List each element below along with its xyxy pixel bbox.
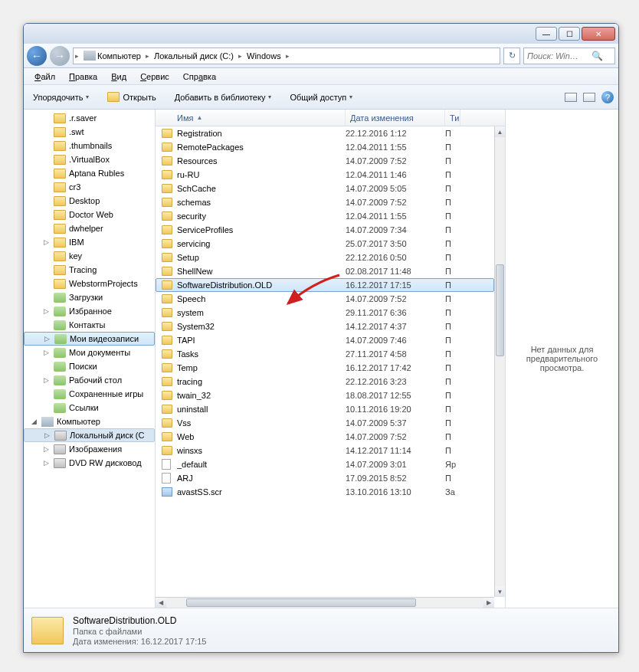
expand-icon[interactable]: ◢ [30, 418, 38, 426]
maximize-button[interactable]: ☐ [559, 27, 580, 41]
file-row[interactable]: system29.11.2017 6:36П [156, 306, 494, 320]
expand-icon[interactable]: ▷ [42, 349, 51, 357]
expand-icon[interactable] [42, 183, 51, 192]
file-row[interactable]: ShellNew02.08.2017 11:48П [156, 264, 494, 278]
tree-item[interactable]: ◢Компьютер [24, 415, 155, 428]
horizontal-scrollbar[interactable]: ◀ ▶ [156, 597, 494, 608]
file-row[interactable]: winsxs14.12.2017 11:14П [156, 444, 494, 457]
file-row[interactable]: Vss14.07.2009 5:37П [156, 416, 494, 430]
tree-item[interactable]: Doctor Web [24, 208, 155, 221]
expand-icon[interactable] [42, 404, 51, 412]
col-type[interactable]: Ти [445, 110, 460, 126]
expand-icon[interactable]: ▷ [42, 307, 51, 316]
file-row[interactable]: ru-RU12.04.2011 1:46П [156, 168, 494, 182]
expand-icon[interactable] [42, 321, 51, 329]
scroll-thumb[interactable] [496, 264, 504, 356]
organize-button[interactable]: Упорядочить [28, 91, 93, 103]
share-button[interactable]: Общий доступ [285, 91, 357, 103]
file-row[interactable]: servicing25.07.2017 3:50П [156, 237, 494, 251]
tree-item[interactable]: WebstormProjects [24, 277, 155, 290]
tree-item[interactable]: .VirtualBox [24, 152, 155, 166]
scroll-left-button[interactable]: ◀ [156, 598, 166, 608]
tree-item[interactable]: Загрузки [24, 290, 155, 304]
expand-icon[interactable] [42, 266, 51, 274]
file-list[interactable]: Registration22.12.2016 1:12ПRemotePackag… [156, 126, 494, 597]
expand-icon[interactable] [42, 197, 51, 205]
file-row[interactable]: twain_3218.08.2017 12:55П [156, 388, 494, 402]
tree-item[interactable]: dwhelper [24, 221, 155, 235]
tree-item[interactable]: Desktop [24, 194, 155, 208]
close-button[interactable]: ✕ [582, 27, 615, 41]
expand-icon[interactable] [42, 280, 51, 288]
expand-icon[interactable]: ▷ [42, 459, 51, 467]
file-row[interactable]: security12.04.2011 1:55П [156, 209, 494, 223]
tree-item[interactable]: cr3 [24, 180, 155, 194]
expand-icon[interactable] [42, 252, 51, 261]
path-drive[interactable]: Локальный диск (C:) [151, 51, 237, 61]
expand-icon[interactable] [42, 293, 51, 302]
file-row[interactable]: System3214.12.2017 4:37П [156, 320, 494, 333]
path-computer[interactable]: Компьютер [80, 51, 144, 61]
expand-icon[interactable] [42, 362, 51, 371]
expand-icon[interactable] [42, 156, 51, 164]
file-row[interactable]: Registration22.12.2016 1:12П [156, 126, 494, 140]
search-box[interactable]: 🔍 [523, 48, 615, 64]
expand-icon[interactable]: ▷ [43, 431, 51, 440]
file-row[interactable]: tracing22.12.2016 3:23П [156, 375, 494, 388]
tree-item[interactable]: Ссылки [24, 401, 155, 415]
tree-item[interactable]: Aptana Rubles [24, 166, 155, 180]
file-row[interactable]: schemas14.07.2009 7:52П [156, 195, 494, 209]
path-windows[interactable]: Windows [244, 51, 284, 61]
expand-icon[interactable]: ▷ [42, 376, 51, 385]
tree-item[interactable]: .thumbnails [24, 139, 155, 152]
file-row[interactable]: Web14.07.2009 7:52П [156, 430, 494, 444]
file-row[interactable]: Tasks27.11.2017 4:58П [156, 347, 494, 361]
scroll-thumb[interactable] [186, 598, 416, 607]
minimize-button[interactable]: — [536, 27, 557, 41]
scroll-up-button[interactable]: ▲ [495, 126, 505, 137]
menu-tools[interactable]: Сервис [134, 70, 175, 83]
scroll-down-button[interactable]: ▼ [495, 586, 505, 597]
address-bar[interactable]: ▸ Компьютер ▸ Локальный диск (C:) ▸ Wind… [73, 48, 500, 64]
expand-icon[interactable] [42, 169, 51, 178]
expand-icon[interactable]: ▷ [43, 335, 51, 343]
file-row[interactable]: SchCache14.07.2009 5:05П [156, 182, 494, 195]
tree-item[interactable]: Контакты [24, 318, 155, 332]
tree-item[interactable]: ▷Локальный диск (C [24, 428, 155, 442]
tree-item[interactable]: ▷IBM [24, 235, 155, 249]
preview-pane-button[interactable] [583, 93, 595, 102]
menu-edit[interactable]: Правка [63, 70, 103, 83]
file-row[interactable]: avastSS.scr13.10.2016 13:10За [156, 485, 494, 499]
tree-item[interactable]: Tracing [24, 263, 155, 277]
menu-file[interactable]: Файл [28, 70, 61, 83]
help-icon[interactable]: ? [601, 91, 614, 103]
search-input[interactable] [527, 51, 588, 61]
expand-icon[interactable] [42, 390, 51, 398]
file-row[interactable]: Temp16.12.2017 17:42П [156, 361, 494, 375]
menu-view[interactable]: Вид [105, 70, 133, 83]
view-mode-button[interactable] [565, 93, 577, 102]
file-row[interactable]: TAPI14.07.2009 7:46П [156, 333, 494, 347]
file-row[interactable]: Speech14.07.2009 7:52П [156, 292, 494, 306]
refresh-button[interactable]: ↻ [503, 48, 520, 64]
expand-icon[interactable]: ▷ [42, 445, 51, 454]
tree-item[interactable]: ▷DVD RW дисковод [24, 456, 155, 470]
vertical-scrollbar[interactable]: ▲ ▼ [494, 126, 505, 597]
nav-tree[interactable]: .r.saver.swt.thumbnails.VirtualBoxAptana… [24, 110, 156, 608]
back-button[interactable]: ← [27, 46, 47, 66]
tree-item[interactable]: .swt [24, 125, 155, 139]
tree-item[interactable]: ▷Мои видеозаписи [24, 332, 155, 346]
tree-item[interactable]: ▷Изображения [24, 442, 155, 456]
expand-icon[interactable] [42, 114, 51, 123]
file-row[interactable]: ServiceProfiles14.07.2009 7:34П [156, 223, 494, 237]
expand-icon[interactable] [42, 142, 51, 150]
file-row[interactable]: RemotePackages12.04.2011 1:55П [156, 140, 494, 154]
file-row[interactable]: ARJ17.09.2015 8:52П [156, 471, 494, 485]
expand-icon[interactable]: ▷ [42, 238, 51, 247]
file-row[interactable]: Resources14.07.2009 7:52П [156, 154, 494, 168]
col-date[interactable]: Дата изменения [346, 110, 445, 126]
tree-item[interactable]: ▷Рабочий стол [24, 373, 155, 387]
file-row[interactable]: _default14.07.2009 3:01Яр [156, 457, 494, 471]
expand-icon[interactable] [42, 225, 51, 233]
open-button[interactable]: Открыть [103, 90, 160, 103]
